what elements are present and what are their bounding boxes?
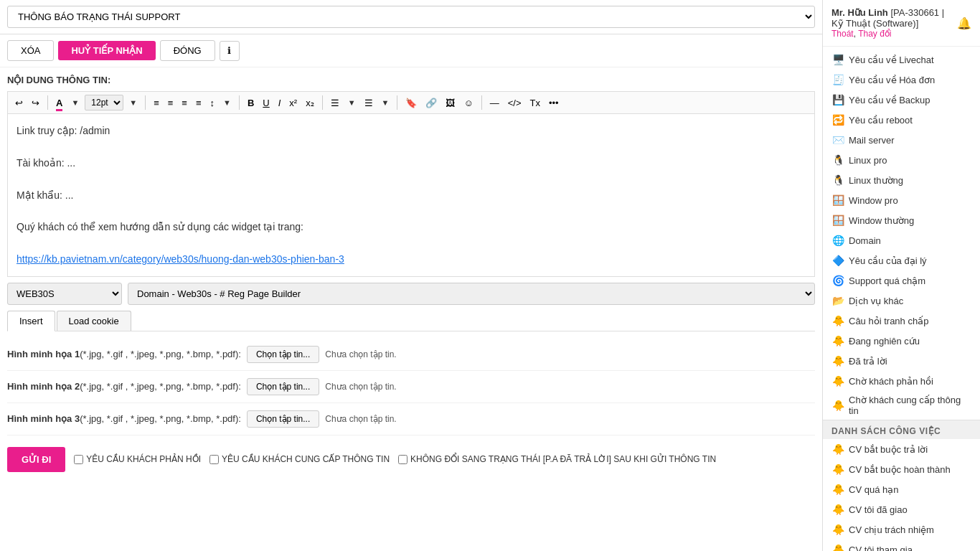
- sidebar-item-label: Yêu cầu reboot: [849, 115, 913, 126]
- logout-link[interactable]: Thoát: [831, 29, 854, 39]
- task-item[interactable]: 🐥 CV tôi tham gia: [823, 540, 980, 551]
- sidebar-item[interactable]: 🐥 Đang nghiên cứu: [823, 331, 980, 351]
- widget-select-right[interactable]: Domain - Web30s - # Reg Page Builder: [128, 283, 815, 305]
- choose-file-3-button[interactable]: Chọn tập tin...: [247, 410, 319, 428]
- underline-button[interactable]: U: [260, 96, 272, 110]
- sidebar-item-icon: 🔷: [831, 254, 844, 267]
- action-bar: XÓA HUỶ TIẾP NHẬN ĐÓNG ℹ: [0, 34, 822, 67]
- emoji-button[interactable]: ☺: [461, 96, 476, 110]
- sidebar-item[interactable]: 🐥 Câu hỏi tranh chấp: [823, 311, 980, 331]
- task-item-icon: 🐥: [831, 443, 844, 456]
- subscript-button[interactable]: x₂: [303, 96, 317, 110]
- task-item[interactable]: 🐥 CV tôi đã giao: [823, 499, 980, 519]
- task-item[interactable]: 🐥 CV quá hạn: [823, 479, 980, 499]
- line-height-button[interactable]: ↕: [207, 96, 218, 110]
- link-button[interactable]: 🔗: [423, 96, 440, 110]
- toolbar-sep-1: [47, 95, 48, 110]
- sidebar-item[interactable]: 🐧 Linux thường: [823, 170, 980, 190]
- image-button[interactable]: 🖼: [443, 96, 458, 110]
- user-info: Mr. Hữu Linh [PA-330661 | Kỹ Thuật (Soft…: [831, 7, 957, 39]
- list-dropdown[interactable]: ▼: [345, 97, 359, 108]
- align-right-button[interactable]: ≡: [179, 96, 190, 110]
- sidebar-item[interactable]: 🔷 Yêu cầu của đại lý: [823, 250, 980, 270]
- sidebar-item[interactable]: 🪟 Window pro: [823, 190, 980, 210]
- tab-insert[interactable]: Insert: [7, 311, 55, 331]
- code-button[interactable]: </>: [505, 96, 524, 110]
- list-ordered-button[interactable]: ☰: [362, 96, 376, 110]
- check2-input[interactable]: [209, 455, 219, 464]
- align-center-button[interactable]: ≡: [165, 96, 176, 110]
- clear-format-button[interactable]: Tx: [527, 96, 543, 110]
- list-ordered-dropdown[interactable]: ▼: [379, 97, 392, 108]
- undo-button[interactable]: ↩: [12, 96, 26, 110]
- sidebar-item[interactable]: 🌀 Support quá chậm: [823, 270, 980, 291]
- italic-button[interactable]: I: [275, 96, 284, 110]
- task-item-label: CV quá hạn: [849, 484, 898, 495]
- font-dropdown[interactable]: ▼: [68, 97, 82, 108]
- xoa-button[interactable]: XÓA: [7, 40, 54, 61]
- check2-label[interactable]: YÊU CẦU KHÁCH CUNG CẤP THÔNG TIN: [209, 454, 390, 464]
- sidebar-item-icon: 🐥: [831, 375, 844, 387]
- editor-content[interactable]: Link truy cập: /admin Tài khoản: ... Mật…: [7, 113, 815, 277]
- sidebar-item[interactable]: 🌐 Domain: [823, 230, 980, 250]
- bookmark-button[interactable]: 🔖: [402, 96, 420, 110]
- notification-icon[interactable]: 🔔: [957, 17, 971, 30]
- content-line2: Tài khoản: ...: [17, 155, 806, 171]
- tab-load-cookie[interactable]: Load cookie: [57, 311, 131, 331]
- task-item[interactable]: 🐥 CV bắt buộc trả lời: [823, 439, 980, 459]
- sidebar-item-icon: 🔁: [831, 113, 844, 126]
- list-unordered-button[interactable]: ☰: [328, 96, 342, 110]
- font-size-select[interactable]: 12pt: [85, 95, 123, 110]
- toolbar-sep-3: [239, 95, 240, 110]
- sidebar-item-icon: 🐥: [831, 354, 844, 367]
- sidebar-item[interactable]: 💾 Yêu cầu về Backup: [823, 90, 980, 110]
- sidebar-item[interactable]: 🖥️ Yêu cầu về Livechat: [823, 50, 980, 70]
- sidebar-item[interactable]: 📂 Dịch vụ khác: [823, 291, 980, 311]
- check3-label[interactable]: KHÔNG ĐỔI SANG TRẠNG THÁI [P.A ĐÃ TRẢ LỜ…: [398, 454, 716, 464]
- redo-button[interactable]: ↪: [29, 96, 42, 110]
- check1-input[interactable]: [74, 455, 83, 464]
- task-item[interactable]: 🐥 CV bắt buộc hoàn thành: [823, 459, 980, 479]
- align-justify-button[interactable]: ≡: [193, 96, 204, 110]
- hr-button[interactable]: —: [487, 96, 502, 110]
- task-item-icon: 🐥: [831, 543, 844, 551]
- superscript-button[interactable]: x²: [286, 96, 300, 110]
- bold-button[interactable]: B: [245, 96, 257, 110]
- sidebar-item[interactable]: 🧾 Yêu cầu về Hóa đơn: [823, 70, 980, 90]
- sidebar-item[interactable]: 🔁 Yêu cầu reboot: [823, 110, 980, 130]
- sidebar-item[interactable]: 🐧 Linux pro: [823, 150, 980, 170]
- sidebar-item-label: Yêu cầu về Hóa đơn: [849, 75, 935, 85]
- sidebar-item[interactable]: 🐥 Đã trả lời: [823, 351, 980, 371]
- check3-input[interactable]: [398, 455, 407, 464]
- choose-file-1-button[interactable]: Chọn tập tin...: [247, 346, 319, 363]
- task-item-icon: 🐥: [831, 523, 844, 536]
- switch-link[interactable]: Thay đổi: [858, 29, 891, 39]
- choose-file-2-button[interactable]: Chọn tập tin...: [247, 378, 319, 395]
- check1-text: YÊU CẦU KHÁCH PHẢN HỒI: [86, 454, 201, 464]
- sidebar-item[interactable]: ✉️ Mail server: [823, 130, 980, 150]
- align-left-button[interactable]: ≡: [151, 96, 162, 110]
- status-select[interactable]: THÔNG BÁO TRẠNG THÁI SUPPORT: [7, 6, 815, 28]
- line-height-dropdown[interactable]: ▼: [220, 97, 234, 108]
- sidebar-item-label: Yêu cầu về Livechat: [849, 55, 934, 65]
- file-row-2: Hình minh họa 2(*.jpg, *.gif , *.jpeg, *…: [7, 371, 815, 403]
- file-status-2: Chưa chọn tập tin.: [325, 382, 396, 392]
- toolbar-sep-6: [481, 95, 482, 110]
- sidebar-item[interactable]: 🐥 Chờ khách phản hồi: [823, 371, 980, 391]
- widget-select-left[interactable]: WEB30S: [7, 283, 122, 305]
- font-color-button[interactable]: A: [53, 96, 65, 110]
- send-button[interactable]: GỬI ĐI: [7, 447, 65, 472]
- editor-toolbar: ↩ ↪ A ▼ 12pt ▼ ≡ ≡ ≡ ≡ ↕ ▼ B U I: [7, 91, 815, 113]
- user-links: Thoát, Thay đổi: [831, 29, 957, 39]
- sidebar-item-label: Câu hỏi tranh chấp: [849, 316, 928, 326]
- sidebar-item[interactable]: 🪟 Window thường: [823, 210, 980, 230]
- task-item-label: CV bắt buộc hoàn thành: [849, 464, 951, 475]
- font-size-dropdown[interactable]: ▼: [126, 97, 140, 108]
- task-item[interactable]: 🐥 CV chịu trách nhiệm: [823, 519, 980, 540]
- info-button[interactable]: ℹ: [220, 41, 240, 61]
- huy-button[interactable]: HUỶ TIẾP NHẬN: [58, 41, 155, 60]
- dong-button[interactable]: ĐÓNG: [160, 40, 215, 61]
- sidebar-item[interactable]: 🐥 Chờ khách cung cấp thông tin: [823, 391, 980, 420]
- check1-label[interactable]: YÊU CẦU KHÁCH PHẢN HỒI: [74, 454, 201, 464]
- more-button[interactable]: •••: [546, 96, 562, 110]
